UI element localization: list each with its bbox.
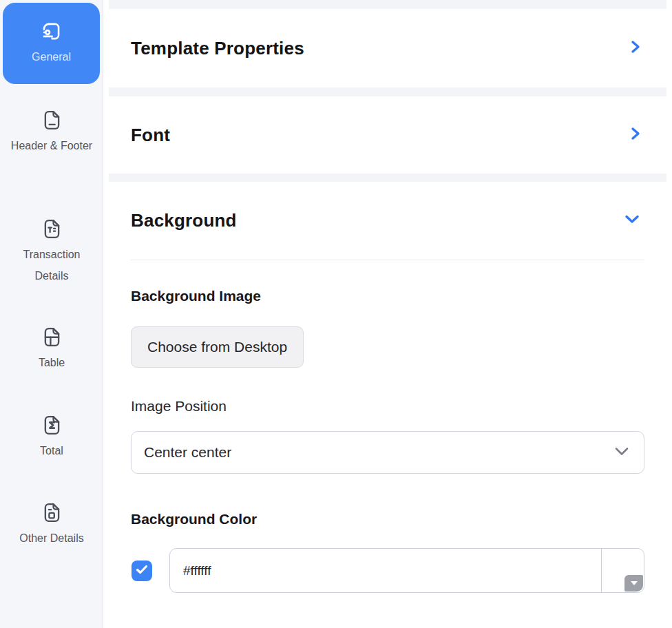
image-position-select[interactable]: Center center [131,431,644,474]
checkmark-icon [136,565,148,577]
sidebar-item-table[interactable]: Table [0,326,103,373]
settings-sidebar: General Header & Footer [0,0,103,628]
sidebar-item-label: Table [6,352,98,373]
choose-from-desktop-button[interactable]: Choose from Desktop [131,326,304,368]
section-font: Font [103,96,672,174]
section-background: Background Background Image Choose from … [103,182,672,628]
sidebar-item-total[interactable]: Total [0,414,103,461]
chevron-right-icon [631,39,640,57]
sidebar-item-other-details[interactable]: Other Details [0,501,103,549]
template-settings-panel: General Header & Footer [0,0,672,628]
background-color-row [131,548,644,593]
section-title: Template Properties [131,38,304,59]
background-image-label: Background Image [131,286,644,306]
background-color-input-group [169,548,644,593]
chevron-down-icon [624,214,640,227]
other-details-icon [41,501,63,524]
section-template-properties: Template Properties [103,9,672,87]
total-icon [41,414,63,437]
sidebar-item-label: General [10,46,93,67]
sidebar-item-label: Transaction Details [6,244,98,286]
color-picker-dropdown-button[interactable] [624,575,643,592]
section-gap [109,0,666,9]
header-footer-icon [41,109,63,132]
sidebar-item-header-footer[interactable]: Header & Footer [0,109,103,156]
image-position-selected-value: Center center [144,444,231,461]
background-color-label: Background Color [131,510,644,529]
sidebar-item-general[interactable]: General [3,3,100,84]
sidebar-item-transaction-details[interactable]: Transaction Details [0,218,103,286]
chevron-down-icon [614,446,629,459]
triangle-down-icon [631,581,638,585]
section-title: Font [131,125,170,146]
section-gap [109,174,666,182]
template-properties-header[interactable]: Template Properties [103,9,672,87]
background-color-checkbox[interactable] [132,561,152,581]
sidebar-item-label: Total [6,440,98,461]
image-position-label: Image Position [131,397,644,416]
transaction-details-icon [41,218,63,240]
font-header[interactable]: Font [103,96,672,174]
background-header[interactable]: Background [131,182,644,236]
sidebar-item-label: Other Details [6,527,98,549]
section-gap [109,87,666,96]
table-icon [41,326,63,348]
sidebar-item-label: Header & Footer [6,135,98,156]
general-icon [40,20,63,43]
section-title: Background [131,210,237,231]
background-color-input[interactable] [170,549,602,592]
settings-main-panel: Template Properties Font [103,0,672,628]
chevron-right-icon [631,126,640,144]
section-divider [131,260,644,260]
